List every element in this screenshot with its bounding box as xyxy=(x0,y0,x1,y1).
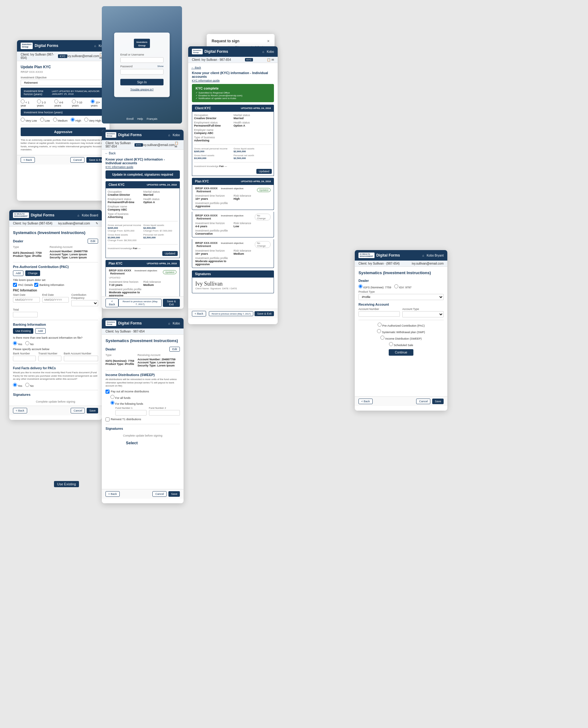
pac-details-checkbox[interactable] xyxy=(13,283,17,287)
kyc-section-title: Know your client (KYC) information - Ind… xyxy=(105,158,180,165)
title-lorem: Title lorem ipsum dolor set xyxy=(13,279,98,282)
back-btn-mid[interactable]: < Back xyxy=(105,491,120,497)
cancel-btn-2[interactable]: Cancel xyxy=(71,408,85,413)
signin-btn[interactable]: Sign In xyxy=(120,79,164,85)
ig-logo-2: IG WEALTH MANAGEMENT xyxy=(13,213,29,218)
password-input[interactable] xyxy=(120,69,164,75)
save-btn-mid[interactable]: Save xyxy=(168,491,180,497)
kyc-update-body: Update Plan KYC RRSP XXX-XXXX Investment… xyxy=(17,61,109,155)
product-type-select[interactable]: iProfile xyxy=(358,294,444,300)
bank-account-input[interactable] xyxy=(64,356,98,361)
total-input[interactable] xyxy=(13,312,38,317)
edit-btn-mid[interactable]: Edit xyxy=(169,347,180,352)
contrib-freq-label: Contribution Frequency xyxy=(71,293,98,300)
email-input[interactable] xyxy=(120,57,164,63)
change-pac-btn[interactable]: Change xyxy=(25,270,40,276)
modal-title: Request to sign xyxy=(212,39,239,43)
bank-number-label: Bank Number xyxy=(13,352,36,355)
back-btn-full[interactable]: < Back xyxy=(192,311,206,317)
kobo-label-3: Kobo xyxy=(173,134,180,137)
home-icon-4[interactable]: ⌂ xyxy=(168,322,170,325)
complete-update-text: Complete update before signing xyxy=(13,398,98,406)
save-btn-3[interactable]: Save & Exit xyxy=(163,299,180,307)
show-link[interactable]: Show xyxy=(158,65,164,68)
use-existing-label[interactable]: Use Existing xyxy=(54,481,79,487)
end-date-label: End Date xyxy=(42,293,69,297)
email-label: Email or Username xyxy=(120,53,164,56)
home-icon[interactable]: ⌂ xyxy=(94,44,96,47)
kyc-update-header: Investors Group Digital Forms ⌂ Kobo xyxy=(17,40,109,52)
banking-info-checkbox[interactable] xyxy=(34,283,38,287)
back-btn-right[interactable]: < Back xyxy=(358,399,373,404)
header-icons-2: ⌂ Kobo Board xyxy=(78,214,98,217)
kyc-ind-header: Investors Group Digital Forms ⌂ Kobo xyxy=(102,130,184,140)
fund-number-2-input[interactable] xyxy=(149,410,180,416)
home-icon-5[interactable]: ⌂ xyxy=(262,50,265,54)
sys-mid-title: Digital Forms xyxy=(118,321,142,325)
francais-link[interactable]: Français xyxy=(147,117,158,120)
home-icon-3[interactable]: ⌂ xyxy=(168,134,170,137)
enroll-link[interactable]: Enroll xyxy=(126,117,133,120)
plan-kyc-header: Plan KYC UPDATED APRIL 24, 2018 xyxy=(105,260,180,267)
banking-info-label: Banking Information xyxy=(40,283,64,286)
cancel-btn-mid[interactable]: Cancel xyxy=(152,491,167,497)
back-btn-2[interactable]: < Back xyxy=(13,408,27,413)
updated-btn-full[interactable]: Updated xyxy=(256,169,272,174)
risk-label: Investment time horizon (years) xyxy=(24,111,63,114)
invest-obj-label: Investment Objective xyxy=(21,76,106,79)
add-pac-btn[interactable]: Add xyxy=(13,270,23,276)
kyc-info-guide[interactable]: KYC information guide xyxy=(105,165,180,168)
fund-facts-title: Fund Facts delivery for PACs xyxy=(13,366,98,370)
back-link-3[interactable]: ← Back xyxy=(105,151,116,155)
kyc-individual-full-panel: Investors Group Digital Forms ⌂ Kobo Cli… xyxy=(188,46,278,324)
trouble-link[interactable]: Trouble signing in? xyxy=(120,88,164,91)
back-btn-3[interactable]: < Back xyxy=(105,299,119,307)
systematics-left-subheader: Client: Ivy Sullivan (987-654) ivy.sulli… xyxy=(9,220,102,227)
pac-details-label: PAC Details xyxy=(18,283,33,286)
transit-label: Transit Number xyxy=(38,352,61,355)
cancel-btn-right[interactable]: Cancel xyxy=(416,399,430,404)
login-form: InvestorsGroup Email or Username Passwor… xyxy=(114,33,170,97)
revert-btn[interactable]: Revert to previous version (May 7, 2017) xyxy=(119,299,162,307)
update-banner[interactable]: Update in completed, signatures required xyxy=(105,170,180,179)
ig-login-logo: InvestorsGroup xyxy=(134,39,150,48)
save-btn-full[interactable]: Save & Exit xyxy=(254,311,274,316)
reinvest-checkbox[interactable] xyxy=(105,418,109,421)
account-type-select[interactable] xyxy=(402,311,444,317)
continue-btn[interactable]: Continue xyxy=(389,349,413,356)
bank-number-input[interactable] xyxy=(13,356,36,361)
bank-info-title: Banking Information xyxy=(13,323,98,326)
signatures-title: Signatures xyxy=(13,393,98,397)
password-label: Password xyxy=(120,65,133,68)
account-number-input[interactable] xyxy=(358,311,400,317)
modal-close-btn[interactable]: × xyxy=(267,39,270,43)
transit-input[interactable] xyxy=(38,356,61,361)
home-icon-6[interactable]: ⌂ xyxy=(422,254,424,257)
cancel-button[interactable]: Cancel xyxy=(70,157,85,163)
kyc-individual-left-panel: Investors Group Digital Forms ⌂ Kobo Cli… xyxy=(102,130,184,309)
client-kyc-body: OccupationCreative Director Marital stat… xyxy=(105,188,180,258)
income-note: All distributions will be reinvested in … xyxy=(105,378,180,387)
help-link[interactable]: Help xyxy=(137,117,143,120)
save-btn-right[interactable]: Save xyxy=(432,399,444,404)
dealer-edit-btn[interactable]: Edit xyxy=(88,239,98,244)
client-info: Client: Ivy Sullivan (987-654) xyxy=(21,53,58,60)
save-btn-2[interactable]: Save xyxy=(87,408,98,413)
back-button[interactable]: < Back xyxy=(21,157,35,163)
client-kyc-header: Client KYC UPDATED APRIL 24, 2018 xyxy=(105,181,180,188)
pay-all-checkbox[interactable] xyxy=(105,390,109,393)
revert-btn-full[interactable]: Revert to previous version (May 7, 2017) xyxy=(209,311,253,316)
kyc-update-footer: < Back Cancel Save & Exit xyxy=(17,155,109,165)
update-btn-kyc[interactable]: Updated xyxy=(162,251,178,256)
start-date-input[interactable] xyxy=(13,297,40,303)
home-icon-2[interactable]: ⌂ xyxy=(78,214,79,217)
start-date-label: Start Date xyxy=(13,293,40,297)
edit-icon[interactable]: ✎ xyxy=(96,222,98,225)
end-date-input[interactable] xyxy=(42,297,69,303)
add-bank-btn[interactable]: Add xyxy=(35,328,46,334)
use-existing-btn[interactable]: Use Existing xyxy=(13,328,33,334)
contrib-freq-select[interactable] xyxy=(71,300,98,306)
investment-objective-select[interactable]: Retirement xyxy=(21,80,106,86)
bank-account-label: Bank Account Number xyxy=(64,352,98,355)
fund-number-1-input[interactable] xyxy=(115,410,147,416)
